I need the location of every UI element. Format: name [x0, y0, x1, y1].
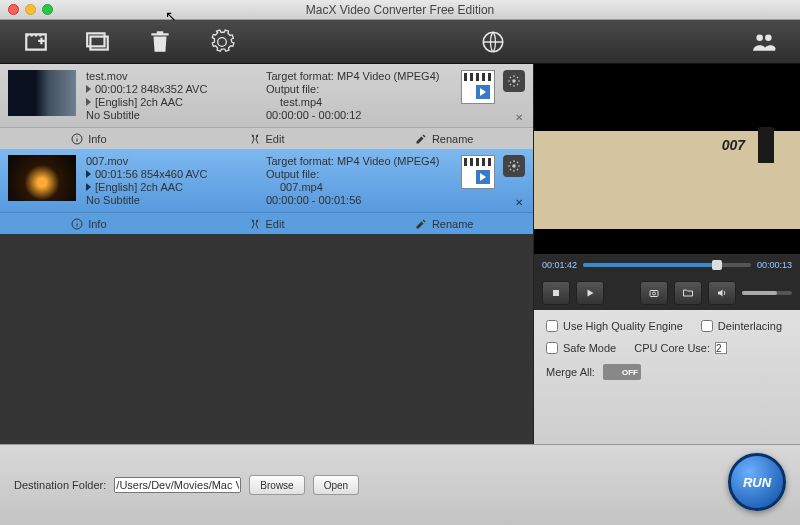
- svg-point-3: [756, 34, 763, 41]
- merge-all-label: Merge All:: [546, 366, 595, 378]
- svg-point-7: [252, 135, 254, 137]
- people-button[interactable]: [742, 26, 786, 58]
- seek-slider[interactable]: [583, 263, 751, 267]
- browse-button[interactable]: Browse: [249, 475, 304, 495]
- video-preview: 007: [534, 64, 800, 254]
- output-label: Output file:: [266, 83, 451, 95]
- time-remaining: 00:00:13: [757, 260, 792, 270]
- cpu-core-stepper[interactable]: [715, 342, 727, 354]
- remove-item-button[interactable]: ✕: [515, 112, 523, 123]
- time-range: 00:00:00 - 00:01:56: [266, 194, 451, 206]
- delete-button[interactable]: [138, 26, 182, 58]
- output-label: Output file:: [266, 168, 451, 180]
- format-badge[interactable]: [461, 155, 495, 189]
- output-filename: 007.mp4: [266, 181, 451, 193]
- expand-icon[interactable]: [86, 85, 91, 93]
- conversion-list: test.mov 00:00:12 848x352 AVC [English] …: [0, 64, 533, 444]
- target-format: Target format: MP4 Video (MPEG4): [266, 155, 451, 167]
- output-filename: test.mp4: [266, 96, 451, 108]
- svg-point-4: [765, 34, 772, 41]
- audio-info: [English] 2ch AAC: [95, 96, 183, 108]
- subtitle-info: No Subtitle: [86, 194, 256, 206]
- target-format: Target format: MP4 Video (MPEG4): [266, 70, 451, 82]
- edit-button[interactable]: Edit: [178, 133, 356, 145]
- list-item[interactable]: test.mov 00:00:12 848x352 AVC [English] …: [0, 64, 533, 149]
- time-range: 00:00:00 - 00:00:12: [266, 109, 451, 121]
- window-titlebar: MacX Video Converter Free Edition: [0, 0, 800, 20]
- info-button[interactable]: Info: [0, 218, 178, 230]
- safe-mode-checkbox[interactable]: Safe Mode: [546, 342, 616, 354]
- playback-controls: [534, 276, 800, 310]
- video-info: 00:01:56 854x460 AVC: [95, 168, 207, 180]
- rename-button[interactable]: Rename: [355, 218, 533, 230]
- format-badge[interactable]: [461, 70, 495, 104]
- info-button[interactable]: Info: [0, 133, 178, 145]
- item-settings-button[interactable]: [503, 70, 525, 92]
- filename-label: test.mov: [86, 70, 256, 82]
- rename-button[interactable]: Rename: [355, 133, 533, 145]
- open-button[interactable]: Open: [313, 475, 359, 495]
- preview-figure: [758, 127, 774, 163]
- svg-point-8: [256, 135, 258, 137]
- svg-rect-13: [553, 290, 559, 296]
- svg-point-11: [252, 220, 254, 222]
- destination-label: Destination Folder:: [14, 479, 106, 491]
- snapshot-folder-button[interactable]: [674, 281, 702, 305]
- volume-slider[interactable]: [742, 291, 792, 295]
- playback-slider-bar: 00:01:42 00:00:13: [534, 254, 800, 276]
- time-elapsed: 00:01:42: [542, 260, 577, 270]
- preview-panel: 007 00:01:42 00:00:13 Use High Quality E…: [533, 64, 800, 444]
- options-panel: Use High Quality Engine Deinterlacing Sa…: [534, 310, 800, 444]
- hq-engine-checkbox[interactable]: Use High Quality Engine: [546, 320, 683, 332]
- video-info: 00:00:12 848x352 AVC: [95, 83, 207, 95]
- remove-item-button[interactable]: ✕: [515, 197, 523, 208]
- stop-button[interactable]: [542, 281, 570, 305]
- cpu-core-label: CPU Core Use:: [634, 342, 710, 354]
- svg-point-15: [653, 292, 656, 295]
- list-item-selected[interactable]: 007.mov 00:01:56 854x460 AVC [English] 2…: [0, 149, 533, 234]
- expand-icon[interactable]: [86, 98, 91, 106]
- snapshot-button[interactable]: [640, 281, 668, 305]
- audio-info: [English] 2ch AAC: [95, 181, 183, 193]
- svg-rect-14: [650, 291, 658, 297]
- add-video-button[interactable]: [14, 26, 58, 58]
- run-button[interactable]: RUN: [728, 453, 786, 511]
- item-settings-button[interactable]: [503, 155, 525, 177]
- mouse-cursor: ↖: [165, 8, 177, 24]
- preview-logo: 007: [722, 137, 745, 153]
- subtitle-info: No Subtitle: [86, 109, 256, 121]
- bottom-bar: Destination Folder: Browse Open RUN: [0, 444, 800, 525]
- svg-point-5: [512, 79, 516, 83]
- deinterlacing-checkbox[interactable]: Deinterlacing: [701, 320, 782, 332]
- destination-path-input[interactable]: [114, 477, 241, 493]
- main-toolbar: [0, 20, 800, 64]
- web-button[interactable]: [471, 26, 515, 58]
- mute-button[interactable]: [708, 281, 736, 305]
- play-button[interactable]: [576, 281, 604, 305]
- svg-point-12: [256, 220, 258, 222]
- merge-all-toggle[interactable]: OFF: [603, 364, 641, 380]
- settings-button[interactable]: [200, 26, 244, 58]
- expand-icon[interactable]: [86, 170, 91, 178]
- svg-point-9: [512, 164, 516, 168]
- expand-icon[interactable]: [86, 183, 91, 191]
- video-thumbnail: [8, 155, 76, 201]
- filename-label: 007.mov: [86, 155, 256, 167]
- window-title: MacX Video Converter Free Edition: [0, 3, 800, 17]
- edit-button[interactable]: Edit: [178, 218, 356, 230]
- add-photo-button[interactable]: [76, 26, 120, 58]
- video-thumbnail: [8, 70, 76, 116]
